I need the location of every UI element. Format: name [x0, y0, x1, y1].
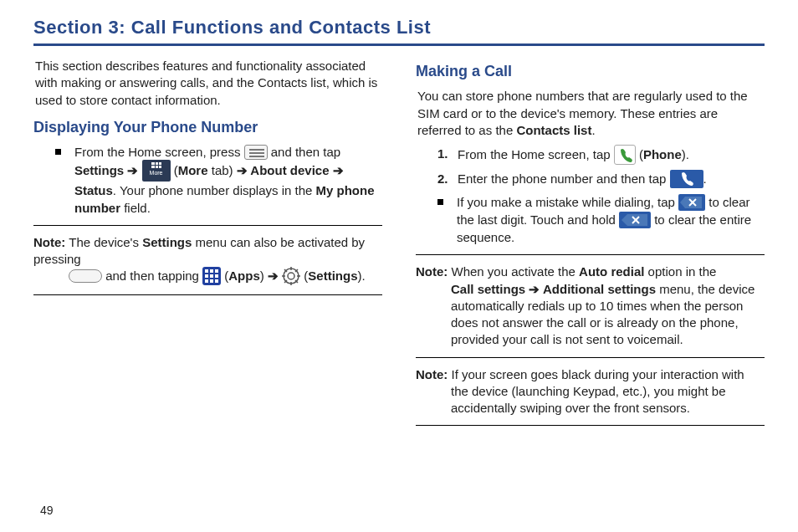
text: option in the: [644, 264, 716, 279]
bold-auto-redial: Auto redial: [579, 264, 644, 279]
subhead-making-call: Making a Call: [416, 61, 765, 81]
left-column: This section describes features and func…: [33, 58, 382, 434]
text: When you activate the: [448, 264, 579, 279]
arrow-icon: ➔: [333, 163, 344, 177]
bullet-icon: [437, 199, 443, 205]
svg-rect-4: [156, 166, 158, 168]
svg-rect-1: [156, 162, 158, 165]
text: If your screen goes black during your in…: [448, 367, 744, 381]
bold-settings: Settings: [142, 235, 192, 249]
bold-contacts-list: Contacts list: [516, 123, 591, 137]
divider: [33, 225, 382, 226]
note-body: the device (launching Keypad, etc.), you…: [451, 383, 765, 417]
arrow-icon: ➔: [237, 163, 251, 177]
more-tile-icon: More: [142, 160, 171, 182]
section-intro: This section describes features and func…: [35, 58, 381, 109]
svg-rect-0: [151, 162, 155, 165]
text: and then tap: [271, 145, 340, 159]
gear-icon: [282, 267, 300, 285]
note-label: Note:: [416, 367, 448, 381]
svg-rect-5: [159, 166, 161, 168]
bold-settings: Settings: [74, 163, 124, 177]
bold-more: More: [178, 163, 208, 177]
menu-key-icon: [244, 145, 268, 160]
content-columns: This section describes features and func…: [33, 58, 765, 434]
apps-grid-icon: [202, 267, 221, 285]
bold-status: Status: [74, 183, 113, 197]
bullet-text: If you make a mistake while dialing, tap…: [457, 194, 765, 246]
bold-apps: Apps: [228, 269, 260, 283]
note-label: Note:: [416, 264, 448, 279]
step-number: 1.: [437, 146, 458, 162]
step-text: From the Home screen, tap (Phone).: [458, 146, 689, 166]
divider: [416, 254, 765, 255]
step-text: Enter the phone number and then tap .: [458, 171, 707, 189]
note-body: and then tapping (Apps) ➔ (Settings).: [69, 268, 382, 286]
bold-call-settings: Call settings: [451, 282, 525, 296]
text: ).: [682, 147, 689, 161]
step-2: 2. Enter the phone number and then tap .: [437, 171, 765, 189]
step-text: From the Home screen, press and then tap…: [74, 144, 382, 217]
bold-about: About device: [250, 163, 329, 177]
step-1: 1. From the Home screen, tap (Phone).: [437, 146, 765, 166]
text: .: [361, 269, 365, 283]
display-number-step: From the Home screen, press and then tap…: [55, 144, 382, 217]
bold-additional: Additional settings: [543, 282, 656, 296]
divider: [416, 425, 765, 426]
text: From the Home screen, press: [74, 145, 244, 159]
text: .: [591, 123, 595, 137]
bold-settings: Settings: [308, 269, 357, 283]
title-rule: [33, 43, 765, 46]
section-title: Section 3: Call Functions and Contacts L…: [33, 17, 765, 38]
bold-phone: Phone: [643, 147, 682, 161]
text: field.: [120, 201, 151, 215]
dial-button-icon: [670, 170, 703, 188]
text: and then tapping: [105, 269, 202, 283]
note-auto-redial: Note: When you activate the Auto redial …: [416, 263, 765, 348]
page-number: 49: [40, 504, 54, 517]
divider: [33, 294, 382, 295]
arrow-icon: ➔: [127, 163, 141, 177]
text: If you make a mistake while dialing, tap: [457, 195, 678, 209]
note-settings-alt: Note: The device's Settings menu can als…: [33, 234, 382, 287]
svg-rect-3: [151, 166, 155, 168]
note-body: Call settings ➔ Additional settings menu…: [451, 281, 765, 349]
making-call-intro: You can store phone numbers that are reg…: [417, 88, 763, 139]
right-column: Making a Call You can store phone number…: [416, 58, 765, 434]
bullet-icon: [55, 149, 61, 155]
text: tab): [208, 163, 237, 177]
text: The device's: [65, 235, 142, 249]
arrow-icon: ➔: [525, 282, 543, 296]
home-key-icon: [69, 269, 102, 283]
text: Enter the phone number and then tap: [458, 171, 670, 186]
note-label: Note:: [33, 235, 65, 249]
subhead-display-number: Displaying Your Phone Number: [33, 117, 382, 137]
step-number: 2.: [437, 171, 458, 187]
svg-point-7: [288, 273, 294, 279]
svg-rect-2: [159, 162, 161, 165]
phone-app-icon: [614, 145, 636, 165]
text: . Your phone number displays in the: [113, 183, 316, 197]
text: .: [703, 171, 707, 186]
divider: [416, 357, 765, 358]
mistake-bullet: If you make a mistake while dialing, tap…: [437, 194, 765, 246]
backspace-icon: [678, 194, 705, 211]
note-black-screen: Note: If your screen goes black during y…: [416, 366, 765, 417]
arrow-icon: ➔: [268, 269, 282, 283]
backspace-hold-icon: [619, 212, 651, 228]
text: From the Home screen, tap: [458, 147, 614, 161]
